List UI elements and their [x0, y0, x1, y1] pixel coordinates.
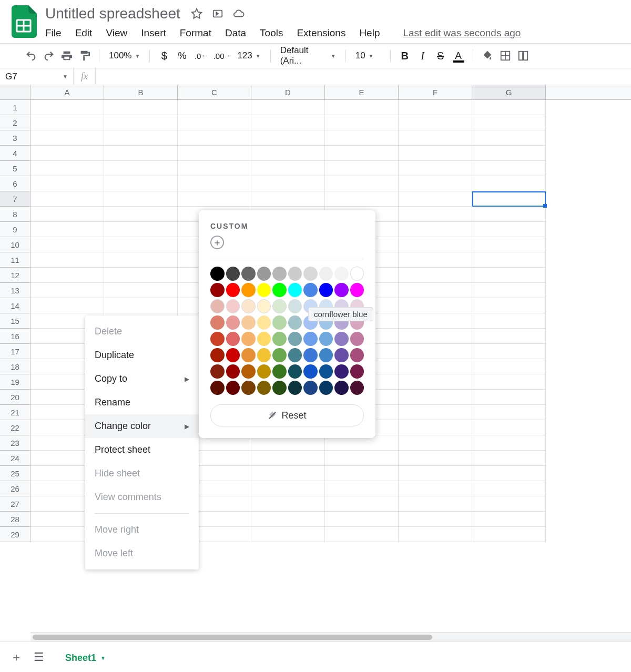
last-edit-link[interactable]: Last edit was seconds ago [403, 27, 521, 39]
color-swatch[interactable] [350, 381, 364, 395]
bold-button[interactable]: B [397, 48, 413, 64]
cell-F4[interactable] [399, 146, 472, 161]
cell-B1[interactable] [104, 100, 178, 115]
cell-G4[interactable] [472, 146, 546, 161]
row-header-22[interactable]: 22 [0, 420, 30, 435]
color-swatch[interactable] [257, 364, 271, 379]
cell-G12[interactable] [472, 268, 546, 283]
merge-cells-button[interactable] [515, 48, 531, 64]
cell-D2[interactable] [251, 115, 325, 130]
color-swatch[interactable] [334, 332, 349, 346]
row-header-14[interactable]: 14 [0, 298, 30, 313]
color-swatch[interactable] [288, 381, 302, 395]
cell-B14[interactable] [104, 298, 178, 313]
cell-F8[interactable] [399, 207, 472, 222]
color-swatch[interactable] [288, 299, 302, 313]
cell-G25[interactable] [472, 466, 546, 481]
cell-C4[interactable] [178, 146, 251, 161]
cell-B10[interactable] [104, 237, 178, 252]
star-icon[interactable] [191, 8, 202, 19]
cell-D6[interactable] [251, 176, 325, 191]
color-swatch[interactable] [334, 364, 349, 379]
ctx-duplicate[interactable]: Duplicate [85, 343, 199, 367]
color-swatch[interactable] [257, 267, 271, 281]
cell-F11[interactable] [399, 252, 472, 268]
cell-B11[interactable] [104, 252, 178, 268]
cell-F24[interactable] [399, 451, 472, 466]
cell-F19[interactable] [399, 374, 472, 390]
column-header-A[interactable]: A [30, 85, 104, 99]
color-swatch[interactable] [272, 381, 287, 395]
cell-G24[interactable] [472, 451, 546, 466]
cell-E27[interactable] [325, 496, 399, 512]
cell-B4[interactable] [104, 146, 178, 161]
color-swatch[interactable] [257, 348, 271, 362]
row-header-4[interactable]: 4 [0, 146, 30, 161]
row-header-25[interactable]: 25 [0, 466, 30, 481]
menu-view[interactable]: View [106, 27, 127, 39]
row-header-12[interactable]: 12 [0, 268, 30, 283]
cell-B3[interactable] [104, 130, 178, 146]
italic-button[interactable]: I [415, 48, 431, 64]
color-swatch[interactable] [303, 381, 318, 395]
cell-E29[interactable] [325, 527, 399, 542]
color-swatch[interactable] [334, 348, 349, 362]
color-swatch[interactable] [288, 348, 302, 362]
cell-B2[interactable] [104, 115, 178, 130]
color-swatch[interactable] [288, 283, 302, 297]
color-swatch[interactable] [288, 332, 302, 346]
color-swatch[interactable] [257, 332, 271, 346]
cell-G6[interactable] [472, 176, 546, 191]
cell-B6[interactable] [104, 176, 178, 191]
color-swatch[interactable] [319, 332, 333, 346]
color-swatch[interactable] [210, 299, 225, 313]
ctx-move-right[interactable]: Move right [85, 518, 199, 542]
color-swatch[interactable] [226, 283, 240, 297]
color-swatch[interactable] [241, 364, 256, 379]
cell-D3[interactable] [251, 130, 325, 146]
more-formats-button[interactable]: 123▼ [234, 50, 263, 61]
name-box[interactable]: G7▼ [0, 68, 74, 85]
color-swatch[interactable] [288, 267, 302, 281]
cell-G15[interactable] [472, 313, 546, 329]
currency-button[interactable]: $ [156, 48, 172, 64]
paint-format-button[interactable] [77, 48, 93, 64]
cloud-icon[interactable] [233, 8, 245, 19]
cell-A1[interactable] [30, 100, 104, 115]
color-swatch[interactable] [334, 283, 349, 297]
cell-F28[interactable] [399, 512, 472, 527]
cell-G19[interactable] [472, 374, 546, 390]
document-title[interactable]: Untitled spreadsheet [45, 5, 180, 22]
cell-G17[interactable] [472, 344, 546, 359]
cell-A8[interactable] [30, 207, 104, 222]
reset-color-button[interactable]: Reset [210, 404, 364, 426]
cell-C1[interactable] [178, 100, 251, 115]
cell-E4[interactable] [325, 146, 399, 161]
color-swatch[interactable] [257, 299, 271, 313]
cell-E5[interactable] [325, 161, 399, 176]
row-header-24[interactable]: 24 [0, 451, 30, 466]
cell-D27[interactable] [251, 496, 325, 512]
add-sheet-button[interactable]: ＋ [11, 649, 22, 665]
zoom-select[interactable]: 100%▼ [106, 50, 143, 61]
cell-F25[interactable] [399, 466, 472, 481]
cell-C3[interactable] [178, 130, 251, 146]
cell-G8[interactable] [472, 207, 546, 222]
cell-F23[interactable] [399, 435, 472, 451]
cell-G16[interactable] [472, 329, 546, 344]
cell-E26[interactable] [325, 481, 399, 496]
color-swatch[interactable] [288, 364, 302, 379]
cell-B5[interactable] [104, 161, 178, 176]
cell-A14[interactable] [30, 298, 104, 313]
column-header-D[interactable]: D [251, 85, 325, 99]
row-header-27[interactable]: 27 [0, 496, 30, 512]
cell-G1[interactable] [472, 100, 546, 115]
row-header-5[interactable]: 5 [0, 161, 30, 176]
menu-insert[interactable]: Insert [141, 27, 166, 39]
color-swatch[interactable] [288, 315, 302, 330]
row-header-16[interactable]: 16 [0, 329, 30, 344]
cell-F2[interactable] [399, 115, 472, 130]
sheet-tab-1[interactable]: Sheet1▼ [56, 644, 115, 671]
cell-G3[interactable] [472, 130, 546, 146]
row-header-20[interactable]: 20 [0, 390, 30, 405]
